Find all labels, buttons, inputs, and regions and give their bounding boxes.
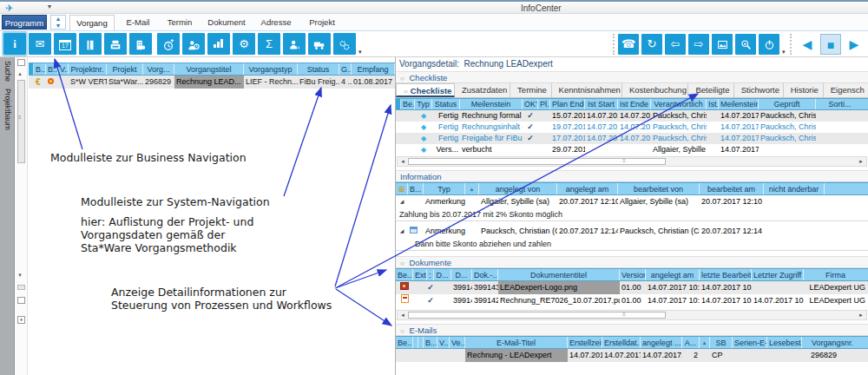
tab-termine[interactable]: Termine [510, 83, 551, 97]
tab-zusatzdaten[interactable]: Zusatzdaten [455, 83, 510, 97]
nav-stop-icon[interactable]: ■ [820, 34, 841, 55]
tab-beteiligte[interactable]: Beteiligte [688, 83, 733, 97]
dokumente-hscrollbar[interactable]: ◄ ≡ ► [397, 310, 867, 320]
col-empfang[interactable]: Empfang [352, 63, 395, 75]
tab-adresse[interactable]: Adresse [255, 15, 297, 30]
row-expander-icon[interactable]: ◢ [396, 225, 408, 238]
col-projekt[interactable]: Projekt [107, 63, 143, 75]
group-band-dokumente[interactable]: ○ Dokumente [396, 256, 868, 268]
process-grid-header[interactable]: B... B... V... Projektnr. Projekt Vorg..… [29, 62, 395, 76]
tab-email[interactable]: E-Mail [120, 15, 156, 30]
col-projektnr[interactable]: Projektnr. [69, 63, 107, 75]
search-star-icon[interactable] [735, 34, 756, 55]
info-icon[interactable]: i [3, 33, 26, 55]
col-vorgangstyp[interactable]: Vorgangstyp [244, 63, 298, 75]
settings-gear-icon[interactable]: ⚙ [233, 33, 255, 55]
scroll-box[interactable] [17, 59, 25, 66]
truck-icon[interactable] [308, 33, 331, 55]
scroll-thumb[interactable] [17, 80, 25, 163]
infocenter-window: ✈ ▾ InfoCenter Programm ▲▼ Vorgang E-Mai… [0, 0, 868, 375]
dokumente-header[interactable]: Be... Ext. : D... D... Dok.-... Dokument… [396, 268, 868, 281]
annotation-business-navigation: Modulleiste zur Business Navigation [50, 151, 247, 164]
toolbar-overflow-caret-icon[interactable]: ▾ [358, 49, 362, 56]
mail-icon[interactable]: ✉ [29, 33, 51, 55]
col-vorgangstitel[interactable]: Vorgangstitel [174, 63, 244, 75]
hscroll-right-icon[interactable]: ► [858, 312, 864, 318]
col-v[interactable]: V... [58, 63, 69, 75]
refresh-doc-icon[interactable]: ↻ [641, 34, 662, 55]
checkliste-hscrollbar[interactable]: ◄ ≡ ► [397, 156, 867, 167]
nav-prev-icon[interactable]: ◀ [797, 34, 818, 55]
checkliste-row[interactable]: ◆ Fertig Rechnung formal geprüft ✓ 15.07… [396, 110, 868, 122]
tab-stichworte[interactable]: Stichworte [734, 83, 784, 97]
company-icon[interactable] [129, 33, 152, 55]
group-band-emails[interactable]: ○ E-Mails [396, 324, 868, 336]
hscroll-right-icon[interactable]: ► [858, 159, 864, 164]
information-header[interactable]: ⊞ B... Typ ▲ angelegt von angelegt am be… [396, 182, 868, 195]
sigma-icon[interactable]: Σ [258, 33, 280, 55]
group-band-information[interactable]: Information [396, 170, 868, 182]
calendar-icon[interactable]: 17 [54, 33, 76, 55]
sidebar-item-projektbaum[interactable]: Projektbaum [3, 85, 12, 134]
checkliste-header[interactable]: Be... Typ Status Meilenstein OK? Pl... P… [396, 98, 868, 110]
email-row[interactable]: Rechnung - LEADexpert 14.07.201... 14.07… [396, 349, 868, 362]
nav-grip[interactable] [790, 34, 793, 55]
emails-grid: Be... B... V... Ve... E-Mail-Titel Erste… [396, 336, 868, 362]
image-icon[interactable] [712, 34, 733, 55]
tab-checkliste[interactable]: ○Checkliste [396, 83, 455, 97]
fax-icon[interactable] [104, 33, 127, 55]
dokumente-row[interactable]: ✓ 399142 399142 Rechnung_RE7026_10.07.20… [396, 294, 868, 307]
col-b2[interactable]: B... [46, 63, 58, 75]
information-row[interactable]: ◢ Anmerkung Paucksch, Christian (CP) 20.… [396, 225, 868, 238]
tab-termin[interactable]: Termin [161, 15, 198, 30]
person-barcode-icon[interactable] [283, 33, 306, 55]
col-status[interactable]: Status [298, 63, 339, 75]
row-expander-icon[interactable]: ◢ [396, 195, 408, 208]
hscroll-thumb[interactable] [408, 158, 666, 165]
toolbar-grip[interactable] [613, 34, 616, 55]
col-b1[interactable]: B... [34, 63, 46, 75]
scroll-up-icon[interactable]: ▲ [17, 71, 23, 76]
tab-kostenbuchung[interactable]: Kostenbuchung [622, 83, 689, 97]
hscroll-thumb[interactable] [408, 312, 666, 319]
program-menu-button[interactable]: Programm [2, 15, 47, 30]
tab-historie[interactable]: Historie [784, 83, 824, 97]
forward-arrow-icon[interactable]: ⇨ [688, 34, 709, 55]
back-arrow-icon[interactable]: ⇦ [665, 34, 686, 55]
quick-access-caret-icon[interactable]: ▾ [48, 3, 51, 10]
group-band-checkliste[interactable]: ○ Checkliste [396, 71, 868, 83]
scroll-box-bottom[interactable] [17, 297, 25, 304]
tab-dokument[interactable]: Dokument [203, 15, 250, 30]
tab-vorgang[interactable]: Vorgang [69, 15, 115, 30]
milestone-diamond-icon: ◆ [415, 133, 432, 144]
col-vorg[interactable]: Vorg... [143, 63, 174, 75]
information-row[interactable]: ◢ Anmerkung Allgaier, Sybille (sa) 20.07… [396, 195, 868, 208]
checkliste-row[interactable]: ◆ Fertig Freigabe für FiBu ✓ 17.07.2017 … [396, 133, 868, 144]
clock-add-icon[interactable] [157, 33, 180, 55]
detail-tabs: ○Checkliste Zusatzdaten Termine Kenntnis… [396, 83, 868, 98]
power-icon[interactable] [759, 34, 779, 55]
modules-gears-icon[interactable] [333, 33, 356, 55]
sidebar-item-suche[interactable]: Suche [3, 57, 12, 85]
col-g[interactable]: G... [339, 63, 352, 75]
hscroll-left-icon[interactable]: ◄ [400, 312, 405, 318]
binder-icon[interactable] [79, 33, 102, 55]
tree-expander-icon[interactable]: + [17, 316, 25, 324]
dokumente-row[interactable]: ✓ 399143 399143 LEADexpert-Logo.png 01.0… [396, 281, 868, 294]
checkliste-row[interactable]: ◆ Vers... verbucht 29.07.2017 Allgaier, … [396, 144, 868, 155]
chart-icon[interactable] [207, 33, 230, 55]
nav-next-icon[interactable]: ▶ [844, 34, 865, 55]
hscroll-left-icon[interactable]: ◄ [400, 159, 405, 164]
process-row[interactable]: € S*W VERT Sta*War... 296829 Rechnung LE… [29, 76, 395, 89]
tab-kenntnisnahmen[interactable]: Kenntnisnahmen [552, 83, 622, 97]
phone-icon[interactable]: ☎ [618, 34, 639, 55]
scroll-down-icon[interactable]: ▼ [17, 273, 23, 278]
emails-header[interactable]: Be... B... V... Ve... E-Mail-Titel Erste… [396, 336, 868, 349]
left-scrollbar[interactable]: ▲ ≡ ▼ + [16, 57, 28, 375]
tab-projekt[interactable]: Projekt [302, 15, 342, 30]
tab-eigenschaften[interactable]: Eigensch [824, 83, 868, 97]
person-clock-icon[interactable] [182, 33, 205, 55]
ribbon-spin-control[interactable]: ▲▼ [50, 15, 66, 30]
tools-overflow-caret-icon[interactable]: ▾ [782, 49, 786, 56]
checkliste-row[interactable]: ◆ Fertig Rechnungsinhalt geprüft ✓ 19.07… [396, 122, 868, 133]
